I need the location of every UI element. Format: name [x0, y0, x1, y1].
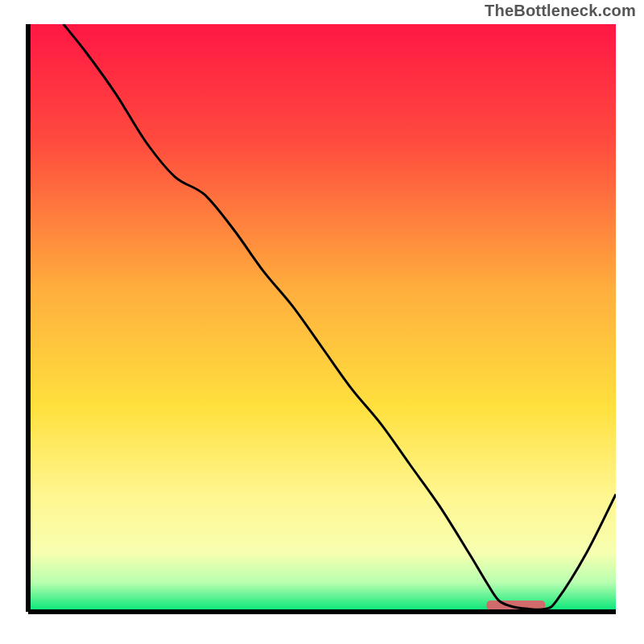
- bottleneck-curve-chart: [0, 0, 644, 644]
- watermark-text: TheBottleneck.com: [485, 2, 636, 20]
- plot-gradient-background: [28, 24, 616, 612]
- chart-stage: TheBottleneck.com: [0, 0, 644, 644]
